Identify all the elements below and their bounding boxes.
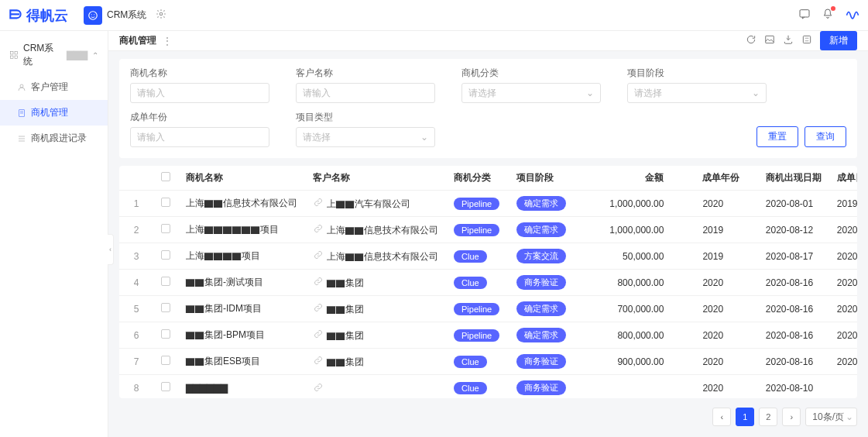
row-idx: 4 bbox=[119, 270, 153, 296]
cell-cust-name[interactable]: ▇▇集团 bbox=[305, 296, 446, 322]
gear-icon[interactable] bbox=[156, 9, 166, 22]
col-opp-name[interactable]: 商机名称 bbox=[178, 166, 305, 191]
cell-opp-name[interactable]: 上海▇▇信息技术有限公司 bbox=[178, 191, 305, 217]
table-row[interactable]: 7▇▇集团ESB项目▇▇集团Clue商务验证900,000.0020202020… bbox=[119, 349, 857, 375]
col-deal-year[interactable]: 成单年份 bbox=[695, 166, 757, 191]
proj-type-select[interactable]: 请选择 bbox=[296, 127, 435, 147]
cell-opp-name[interactable]: ▇▇▇▇▇▇ bbox=[178, 375, 305, 399]
svg-rect-6 bbox=[15, 52, 18, 55]
sidebar-item-followup[interactable]: 商机跟进记录 bbox=[0, 126, 108, 151]
notification-icon[interactable] bbox=[822, 8, 834, 22]
pager-size-select[interactable]: 10条/页 bbox=[805, 408, 857, 426]
sidebar: CRM系统 ▇▇▇ ⌃ 客户管理 商机管理 商机跟进记录 ‹ bbox=[0, 31, 108, 437]
col-cust-name[interactable]: 客户名称 bbox=[305, 166, 446, 191]
row-checkbox[interactable] bbox=[161, 329, 170, 339]
cell-deal-year: 2020 bbox=[695, 270, 757, 296]
cell-cust-name[interactable]: ▇▇集团 bbox=[305, 322, 446, 349]
feedback-icon[interactable] bbox=[798, 8, 811, 22]
cell-opp-name[interactable]: ▇▇集团ESB项目 bbox=[178, 349, 305, 375]
search-button[interactable]: 查询 bbox=[805, 126, 846, 147]
col-amount[interactable]: 金额 bbox=[574, 166, 695, 191]
cell-opp-name[interactable]: ▇▇集团-IDM项目 bbox=[178, 296, 305, 322]
cell-opp-name[interactable]: 上海▇▇▇▇项目 bbox=[178, 243, 305, 270]
export-icon[interactable] bbox=[783, 34, 794, 47]
cell-deal-year: 2020 bbox=[695, 375, 757, 399]
cell-cust-name[interactable]: 上海▇▇信息技术有限公司 bbox=[305, 217, 446, 243]
sidebar-collapse-handle[interactable]: ‹ bbox=[108, 234, 114, 265]
pager-prev[interactable]: ‹ bbox=[712, 408, 731, 426]
cell-appear-date: 2020-08-01 bbox=[758, 191, 829, 217]
brand-wave-icon[interactable] bbox=[845, 6, 860, 24]
cell-deal-year: 2020 bbox=[695, 322, 757, 349]
checkbox-icon[interactable] bbox=[161, 172, 170, 181]
refresh-icon[interactable] bbox=[746, 34, 756, 47]
cell-appear-date: 2020-08-17 bbox=[758, 243, 829, 270]
row-idx: 3 bbox=[119, 243, 153, 270]
opp-cat-select[interactable]: 请选择 bbox=[461, 83, 601, 103]
deal-year-input[interactable]: 请输入 bbox=[130, 127, 269, 147]
cell-deal-date: 2020-08-16 bbox=[829, 296, 857, 322]
row-checkbox[interactable] bbox=[161, 224, 170, 233]
cell-opp-name[interactable]: ▇▇集团-BPM项目 bbox=[178, 322, 305, 349]
cell-deal-date bbox=[829, 375, 857, 399]
app-icon bbox=[84, 6, 102, 25]
stage-tag: 确定需求 bbox=[516, 328, 566, 342]
link-icon bbox=[313, 382, 324, 393]
cell-appear-date: 2020-08-10 bbox=[758, 375, 829, 399]
table-row[interactable]: 5▇▇集团-IDM项目▇▇集团Pipeline确定需求700,000.00202… bbox=[119, 296, 857, 322]
new-button[interactable]: 新增 bbox=[820, 31, 857, 50]
image-icon[interactable] bbox=[764, 34, 775, 47]
sidebar-item-label: 商机跟进记录 bbox=[31, 132, 87, 145]
table-row[interactable]: 6▇▇集团-BPM项目▇▇集团Pipeline确定需求800,000.00202… bbox=[119, 322, 857, 349]
cell-deal-year: 2020 bbox=[695, 349, 757, 375]
sidebar-item-customer[interactable]: 客户管理 bbox=[0, 74, 108, 100]
cell-cust-name[interactable]: 上海▇▇信息技术有限公司 bbox=[305, 243, 446, 270]
settings-icon[interactable] bbox=[801, 34, 812, 47]
more-icon[interactable]: ⋮ bbox=[163, 36, 172, 46]
pager-page-2[interactable]: 2 bbox=[759, 408, 777, 426]
row-checkbox[interactable] bbox=[161, 277, 170, 286]
pager-next[interactable]: › bbox=[782, 408, 801, 426]
col-proj-stage[interactable]: 项目阶段 bbox=[509, 166, 574, 191]
cell-cust-name[interactable]: 上▇▇汽车有限公司 bbox=[305, 191, 446, 217]
cust-name-input[interactable]: 请输入 bbox=[296, 83, 435, 103]
svg-point-3 bbox=[160, 12, 163, 15]
reset-button[interactable]: 重置 bbox=[756, 126, 798, 147]
cell-opp-name[interactable]: ▇▇集团-测试项目 bbox=[178, 270, 305, 296]
sidebar-group-crm[interactable]: CRM系统 ▇▇▇ ⌃ bbox=[0, 36, 108, 74]
cell-cust-name[interactable]: ▇▇集团 bbox=[305, 270, 446, 296]
label: 项目阶段 bbox=[627, 67, 767, 80]
cell-amount: 800,000.00 bbox=[574, 270, 695, 296]
cell-deal-date: 2019-08-31 bbox=[829, 191, 857, 217]
table-row[interactable]: 1上海▇▇信息技术有限公司上▇▇汽车有限公司Pipeline确定需求1,000,… bbox=[119, 191, 857, 217]
sidebar-item-opportunity[interactable]: 商机管理 bbox=[0, 100, 108, 126]
proj-stage-select[interactable]: 请选择 bbox=[627, 83, 767, 103]
cell-amount: 900,000.00 bbox=[574, 349, 695, 375]
col-appear-date[interactable]: 商机出现日期 bbox=[758, 166, 829, 191]
app-switcher[interactable]: CRM系统 bbox=[84, 6, 166, 25]
cell-cust-name[interactable] bbox=[305, 375, 446, 399]
row-checkbox[interactable] bbox=[161, 303, 170, 312]
row-checkbox[interactable] bbox=[161, 198, 170, 207]
cell-cust-name[interactable]: ▇▇集团 bbox=[305, 349, 446, 375]
brand-logo[interactable]: 得帆云 bbox=[8, 6, 68, 25]
opp-name-input[interactable]: 请输入 bbox=[130, 83, 269, 103]
table-row[interactable]: 8▇▇▇▇▇▇Clue商务验证20202020-08-10 bbox=[119, 375, 857, 399]
row-checkbox[interactable] bbox=[161, 250, 170, 260]
col-select-all[interactable] bbox=[153, 166, 178, 191]
col-deal-date[interactable]: 成单日期 bbox=[829, 166, 857, 191]
row-checkbox[interactable] bbox=[161, 382, 170, 391]
pagination: ‹ 1 2 › 10条/页 bbox=[108, 404, 868, 437]
cell-opp-name[interactable]: 上海▇▇▇▇▇▇项目 bbox=[178, 217, 305, 243]
table-row[interactable]: 2上海▇▇▇▇▇▇项目上海▇▇信息技术有限公司Pipeline确定需求1,000… bbox=[119, 217, 857, 243]
field-opp-name: 商机名称 请输入 bbox=[130, 67, 269, 103]
col-opp-cat[interactable]: 商机分类 bbox=[446, 166, 509, 191]
row-checkbox[interactable] bbox=[161, 356, 170, 365]
row-idx: 6 bbox=[119, 322, 153, 349]
table-row[interactable]: 3上海▇▇▇▇项目上海▇▇信息技术有限公司Clue方案交流50,000.0020… bbox=[119, 243, 857, 270]
cell-opp-cat: Clue bbox=[446, 349, 509, 375]
pager-page-1[interactable]: 1 bbox=[736, 408, 754, 426]
row-idx: 7 bbox=[119, 349, 153, 375]
cell-proj-stage: 商务验证 bbox=[509, 349, 574, 375]
table-row[interactable]: 4▇▇集团-测试项目▇▇集团Clue商务验证800,000.0020202020… bbox=[119, 270, 857, 296]
